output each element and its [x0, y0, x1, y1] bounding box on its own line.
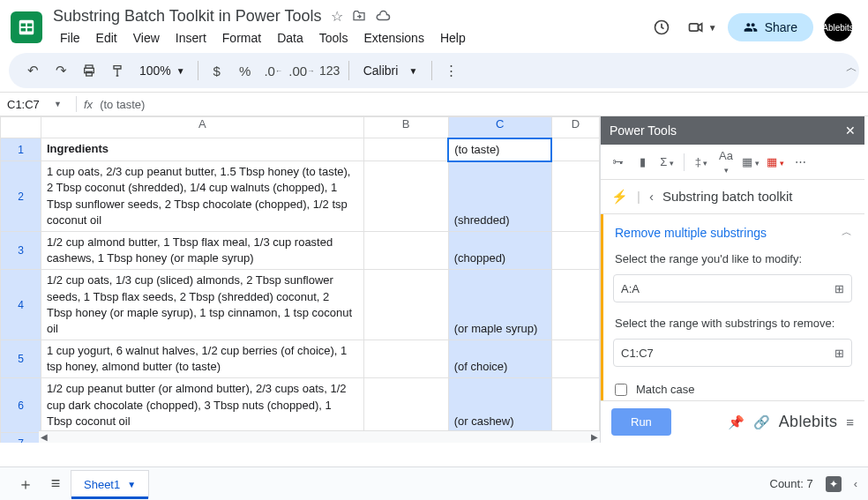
tool-clear-icon[interactable]: ▦	[766, 155, 785, 168]
number-format-icon[interactable]: 123	[317, 58, 343, 83]
cell[interactable]: Ingredients	[41, 138, 363, 161]
tool-key-icon[interactable]: 🗝	[608, 155, 627, 168]
cell[interactable]: 1/2 cup peanut butter (or almond butter)…	[41, 378, 363, 433]
tool-grid-icon[interactable]: ▦	[741, 155, 760, 168]
history-icon[interactable]	[647, 12, 677, 42]
sheet-tab[interactable]: Sheet1 ▼	[71, 470, 149, 498]
back-icon[interactable]: ‹	[649, 189, 654, 204]
user-avatar[interactable]: Ablebits	[824, 13, 852, 41]
range-picker-icon[interactable]: ⊞	[834, 347, 844, 360]
all-sheets-icon[interactable]: ≡	[41, 471, 71, 497]
col-header-d[interactable]: D	[551, 117, 599, 138]
name-box[interactable]: C1:C7▼	[7, 98, 69, 111]
row-header[interactable]: 3	[1, 231, 41, 269]
tool-text-icon[interactable]: Aa	[716, 149, 736, 175]
undo-icon[interactable]: ↶	[19, 58, 46, 83]
cell[interactable]	[551, 270, 599, 340]
menu-help[interactable]: Help	[433, 27, 473, 49]
cell[interactable]: (or cashew)	[448, 378, 551, 433]
cell[interactable]: (shredded)	[448, 161, 551, 232]
link-icon[interactable]: 🔗	[753, 414, 770, 430]
zoom-select[interactable]: 100%▼	[132, 63, 192, 78]
range-picker-icon[interactable]: ⊞	[834, 282, 844, 295]
menu-format[interactable]: Format	[215, 27, 268, 49]
col-header-a[interactable]: A	[41, 117, 363, 138]
status-count[interactable]: Count: 7	[770, 477, 813, 490]
menu-tools[interactable]: Tools	[312, 27, 355, 49]
font-select[interactable]: Calibri▼	[355, 63, 427, 78]
menu-extensions[interactable]: Extensions	[356, 27, 430, 49]
range-input-modify[interactable]: A:A ⊞	[613, 274, 852, 302]
fx-icon: fx	[84, 98, 93, 111]
redo-icon[interactable]: ↷	[48, 58, 74, 83]
star-icon[interactable]: ☆	[331, 8, 343, 25]
section-header[interactable]: Remove multiple substrings ︿	[601, 214, 864, 249]
horizontal-scrollbar[interactable]: ◀▶	[39, 430, 600, 443]
explore-icon[interactable]: ✦	[826, 476, 842, 492]
sheet-menu-icon[interactable]: ▼	[127, 480, 136, 489]
row-header[interactable]: 4	[1, 270, 41, 340]
cell[interactable]: (chopped)	[448, 231, 551, 269]
cell[interactable]	[363, 378, 448, 433]
share-button[interactable]: Share	[728, 13, 813, 41]
row-header[interactable]: 2	[1, 161, 41, 232]
menu-file[interactable]: File	[53, 27, 87, 49]
select-all-cell[interactable]	[1, 117, 41, 138]
meet-icon[interactable]: ▼	[687, 12, 717, 42]
doc-title[interactable]: Substring Batch Toolkit in Power Tools	[53, 7, 322, 26]
cell[interactable]	[551, 138, 599, 161]
pin-icon[interactable]: 📌	[728, 414, 745, 430]
tool-more-icon[interactable]: ⋯	[790, 155, 810, 168]
increase-decimal-icon[interactable]: .00→	[288, 58, 315, 83]
bolt-icon[interactable]: ⚡	[611, 189, 628, 205]
menu-data[interactable]: Data	[270, 27, 311, 49]
menu-edit[interactable]: Edit	[89, 27, 124, 49]
cell[interactable]	[363, 231, 448, 269]
more-tools-icon[interactable]: ⋮	[438, 58, 464, 83]
menu-view[interactable]: View	[126, 27, 167, 49]
tool-note-icon[interactable]: ▮	[632, 155, 652, 168]
col-header-c[interactable]: C	[448, 117, 551, 138]
formula-value[interactable]: (to taste)	[100, 98, 145, 111]
cell[interactable]	[363, 340, 448, 378]
run-button[interactable]: Run	[611, 408, 671, 436]
cell[interactable]	[551, 161, 599, 232]
panel-close-icon[interactable]: ✕	[845, 123, 856, 138]
add-sheet-icon[interactable]: ＋	[11, 471, 41, 497]
range-input-substrings[interactable]: C1:C7 ⊞	[613, 339, 852, 367]
cell[interactable]	[551, 231, 599, 269]
tool-sum-icon[interactable]: Σ	[657, 155, 677, 168]
tool-lineheight-icon[interactable]: ‡	[692, 155, 711, 168]
decrease-decimal-icon[interactable]: .0←	[260, 58, 287, 83]
row-header[interactable]: 7	[1, 433, 41, 444]
print-icon[interactable]	[76, 58, 102, 83]
cell[interactable]: 1/2 cup almond butter, 1 Tbsp flax meal,…	[41, 231, 363, 269]
menu-insert[interactable]: Insert	[168, 27, 213, 49]
col-header-b[interactable]: B	[363, 117, 448, 138]
row-header[interactable]: 1	[1, 138, 41, 161]
row-header[interactable]: 5	[1, 340, 41, 378]
menu-icon[interactable]: ≡	[846, 414, 854, 429]
cell[interactable]	[551, 378, 599, 433]
cell[interactable]: 1 cup oats, 2/3 cup peanut butter, 1.5 T…	[41, 161, 363, 232]
cell[interactable]	[551, 340, 599, 378]
cell[interactable]: 1 cup yogurt, 6 walnut halves, 1/2 cup b…	[41, 340, 363, 378]
cell[interactable]	[363, 270, 448, 340]
collapse-menus-icon[interactable]: ︿	[846, 60, 857, 76]
cell[interactable]: 1/2 cup oats, 1/3 cup (sliced) almonds, …	[41, 270, 363, 340]
currency-icon[interactable]: $	[204, 58, 230, 83]
cell[interactable]	[363, 138, 448, 161]
row-header[interactable]: 6	[1, 378, 41, 433]
side-panel-toggle-icon[interactable]: ‹	[854, 477, 857, 490]
match-case-checkbox[interactable]: Match case	[601, 377, 864, 400]
paint-format-icon[interactable]	[104, 58, 131, 83]
cell[interactable]: (or maple syrup)	[448, 270, 551, 340]
cell[interactable]	[363, 161, 448, 232]
cell[interactable]: (to taste)	[448, 138, 551, 161]
percent-icon[interactable]: %	[232, 58, 258, 83]
move-icon[interactable]	[352, 9, 366, 23]
cell[interactable]: (of choice)	[448, 340, 551, 378]
spreadsheet-grid[interactable]: A B C D 1Ingredients(to taste)21 cup oat…	[0, 116, 600, 443]
cloud-status-icon[interactable]	[375, 8, 391, 24]
sheets-logo-icon[interactable]	[11, 11, 42, 43]
